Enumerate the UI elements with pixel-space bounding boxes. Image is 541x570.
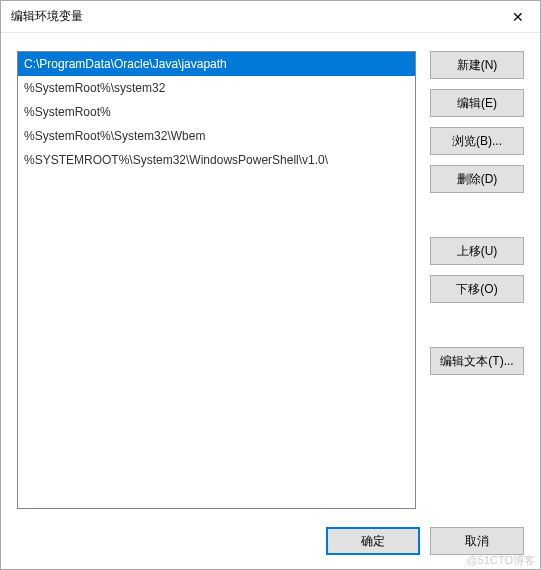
- close-button[interactable]: ✕: [495, 1, 540, 33]
- close-icon: ✕: [512, 9, 524, 25]
- cancel-button[interactable]: 取消: [430, 527, 524, 555]
- list-item[interactable]: %SystemRoot%\system32: [18, 76, 415, 100]
- titlebar: 编辑环境变量 ✕: [1, 1, 540, 33]
- side-buttons: 新建(N) 编辑(E) 浏览(B)... 删除(D) 上移(U) 下移(O) 编…: [430, 51, 524, 509]
- path-listbox[interactable]: C:\ProgramData\Oracle\Java\javapath%Syst…: [17, 51, 416, 509]
- edit-text-button[interactable]: 编辑文本(T)...: [430, 347, 524, 375]
- list-item[interactable]: %SystemRoot%\System32\Wbem: [18, 124, 415, 148]
- list-item[interactable]: %SYSTEMROOT%\System32\WindowsPowerShell\…: [18, 148, 415, 172]
- edit-button[interactable]: 编辑(E): [430, 89, 524, 117]
- list-item[interactable]: C:\ProgramData\Oracle\Java\javapath: [18, 52, 415, 76]
- env-var-dialog: 编辑环境变量 ✕ C:\ProgramData\Oracle\Java\java…: [0, 0, 541, 570]
- bottom-buttons: 确定 取消: [17, 509, 524, 555]
- dialog-content: C:\ProgramData\Oracle\Java\javapath%Syst…: [1, 33, 540, 569]
- delete-button[interactable]: 删除(D): [430, 165, 524, 193]
- new-button[interactable]: 新建(N): [430, 51, 524, 79]
- main-row: C:\ProgramData\Oracle\Java\javapath%Syst…: [17, 51, 524, 509]
- browse-button[interactable]: 浏览(B)...: [430, 127, 524, 155]
- move-down-button[interactable]: 下移(O): [430, 275, 524, 303]
- ok-button[interactable]: 确定: [326, 527, 420, 555]
- move-up-button[interactable]: 上移(U): [430, 237, 524, 265]
- list-item[interactable]: %SystemRoot%: [18, 100, 415, 124]
- dialog-title: 编辑环境变量: [11, 8, 83, 25]
